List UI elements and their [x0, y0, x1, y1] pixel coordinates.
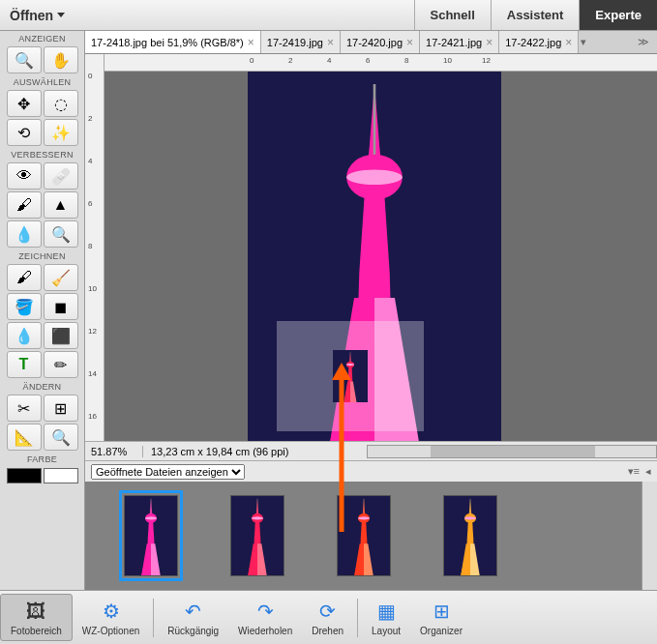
clone-stamp-tool[interactable]: ▲ [44, 191, 78, 219]
undo-button[interactable]: ↶ Rückgängig [158, 595, 228, 640]
tab-experte[interactable]: Experte [579, 0, 657, 30]
doc-tab[interactable]: 17-2421.jpg× [420, 31, 499, 53]
section-aendern: ÄNDERN [0, 379, 84, 394]
tool-options-icon: ⚙ [99, 599, 124, 624]
layout-button[interactable]: ▦ Layout [362, 595, 410, 640]
organizer-button[interactable]: ⊞ Organizer [410, 595, 472, 640]
eraser-tool[interactable]: 🧹 [44, 264, 78, 291]
filmstrip [85, 482, 657, 590]
filmstrip-thumb[interactable] [443, 495, 497, 576]
straighten-tool[interactable]: 📐 [7, 424, 42, 451]
filmstrip-thumb[interactable] [337, 495, 391, 576]
gradient-tool[interactable]: ◼ [44, 293, 78, 320]
filmstrip-thumb[interactable] [124, 495, 178, 576]
document-tabs: 17-2418.jpg bei 51,9% (RGB/8*) × 17-2419… [85, 31, 657, 54]
dimensions-label: 13,23 cm x 19,84 cm (96 ppi) [143, 446, 296, 457]
cookie-cutter-tool[interactable]: 🔍 [44, 424, 78, 451]
crop-tool[interactable]: ✂ [7, 395, 42, 422]
sponge-tool[interactable]: 🔍 [44, 220, 78, 248]
pencil-tool[interactable]: ✏ [44, 351, 78, 378]
open-menu[interactable]: Öffnen [10, 8, 65, 23]
recompose-tool[interactable]: ⊞ [44, 395, 78, 422]
smart-brush-tool[interactable]: 🖌 [7, 191, 42, 219]
close-icon[interactable]: × [248, 36, 254, 49]
doc-tab[interactable]: 17-2422.jpg× [499, 31, 579, 53]
horizontal-ruler: 0 2 4 6 8 10 12 [105, 54, 657, 72]
drehen-button[interactable]: ⟳ Drehen [302, 595, 353, 640]
horizontal-scrollbar[interactable] [367, 445, 657, 458]
divider [153, 599, 154, 637]
doc-tab-active[interactable]: 17-2418.jpg bei 51,9% (RGB/8*) × [85, 31, 261, 53]
fotobereich-button[interactable]: 🖼 Fotobereich [0, 594, 73, 641]
doc-tab[interactable]: 17-2419.jpg× [261, 31, 341, 53]
tab-assistent[interactable]: Assistent [491, 0, 580, 30]
zoom-tool[interactable]: 🔍 [7, 46, 42, 73]
wz-optionen-button[interactable]: ⚙ WZ-Optionen [73, 595, 149, 640]
close-panel-icon[interactable]: ◂ [645, 465, 651, 478]
section-anzeigen: ANZEIGEN [0, 31, 84, 45]
organizer-icon: ⊞ [429, 599, 454, 624]
rotate-icon: ⟳ [315, 599, 341, 624]
open-files-dropdown[interactable]: Geöffnete Dateien anzeigen [91, 464, 245, 480]
close-icon[interactable]: × [486, 36, 493, 49]
close-icon[interactable]: × [327, 36, 334, 49]
background-color[interactable] [44, 468, 78, 483]
lasso-tool[interactable]: ⟲ [7, 119, 42, 146]
filmstrip-scrollbar[interactable] [642, 482, 657, 590]
section-zeichnen: ZEICHNEN [0, 249, 84, 263]
redo-icon: ↷ [253, 599, 278, 624]
close-icon[interactable]: × [406, 36, 413, 49]
bottom-toolbar: 🖼 Fotobereich ⚙ WZ-Optionen ↶ Rückgängig… [0, 590, 657, 644]
marquee-tool[interactable]: ◌ [44, 90, 78, 117]
tab-schnell[interactable]: Schnell [414, 0, 491, 30]
tab-overflow-icon[interactable]: ≫ [638, 36, 649, 48]
close-icon[interactable]: × [565, 36, 572, 49]
wand-tool[interactable]: ✨ [44, 119, 78, 146]
vertical-ruler: 0 2 4 6 8 10 12 14 16 [85, 54, 105, 441]
eyedropper-tool[interactable]: 💧 [7, 322, 42, 349]
redo-button[interactable]: ↷ Wiederholen [228, 595, 302, 640]
blur-tool[interactable]: 💧 [7, 220, 42, 248]
shape-tool[interactable]: ⬛ [44, 322, 78, 349]
undo-icon: ↶ [181, 599, 206, 624]
doc-tab[interactable]: 17-2420.jpg× [341, 31, 420, 53]
divider [357, 599, 358, 637]
tab-dropdown-icon[interactable]: ▾ [581, 36, 586, 48]
move-tool[interactable]: ✥ [7, 90, 42, 117]
section-auswaehlen: AUSWÄHLEN [0, 74, 84, 89]
tools-panel: ANZEIGEN 🔍 ✋ AUSWÄHLEN ✥ ◌ ⟲ ✨ VERBESSER… [0, 31, 85, 590]
text-tool[interactable]: T [7, 351, 42, 378]
brush-tool[interactable]: 🖌 [7, 264, 42, 291]
photo-bin-icon: 🖼 [23, 599, 48, 624]
status-bar: 51.87% 13,23 cm x 19,84 cm (96 ppi) [85, 441, 657, 460]
section-farbe: FARBE [0, 452, 84, 466]
redeye-tool[interactable]: 👁 [7, 162, 42, 190]
spot-heal-tool[interactable]: 🩹 [44, 162, 78, 190]
foreground-color[interactable] [7, 468, 42, 483]
section-verbessern: VERBESSERN [0, 147, 84, 161]
filmstrip-thumb[interactable] [230, 495, 284, 576]
layout-icon: ▦ [373, 599, 399, 624]
hand-tool[interactable]: ✋ [44, 46, 78, 73]
menu-icon[interactable]: ▾≡ [628, 465, 640, 478]
fill-tool[interactable]: 🪣 [7, 293, 42, 320]
zoom-value[interactable]: 51.87% [85, 446, 143, 457]
drag-preview [277, 321, 424, 431]
canvas[interactable] [105, 72, 657, 441]
